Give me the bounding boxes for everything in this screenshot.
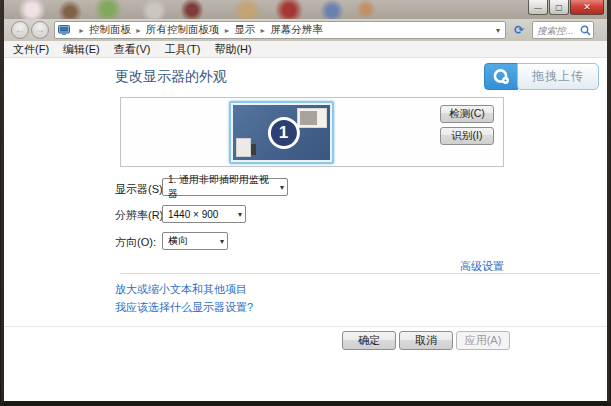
chevron-down-icon: ▾ [216,237,224,246]
breadcrumb-separator-icon: ► [259,27,266,34]
close-button[interactable]: ✕ [570,0,604,15]
refresh-button[interactable]: ⟳ [510,21,528,39]
monitor-preview[interactable]: 1 [229,101,334,164]
identify-button[interactable]: 识别(I) [440,127,494,145]
breadcrumb-separator-icon: ► [135,27,142,34]
breadcrumb-item-all-items[interactable]: 所有控制面板项 [146,23,220,37]
screen-resolution-window: — ▢ ✕ ← → ► 控制面板 ► 所有控制面板项 ► 显示 ► 屏幕分辨率 … [1,0,610,404]
buttons-divider [4,326,607,327]
menu-view[interactable]: 查看(V) [114,42,151,57]
refresh-icon: ⟳ [514,23,524,37]
forward-button[interactable]: → [31,21,49,39]
ok-button[interactable]: 确定 [342,331,396,350]
resolution-select[interactable]: 1440 × 900 ▾ [162,205,246,223]
monitor-screen: 1 [233,105,330,160]
section-divider [120,273,600,274]
chevron-down-icon: ▾ [234,210,242,219]
make-text-larger-link[interactable]: 放大或缩小文本和其他项目 [115,282,247,297]
breadcrumb-item-control-panel[interactable]: 控制面板 [89,23,131,37]
display-settings-help-link[interactable]: 我应该选择什么显示器设置? [115,300,253,315]
search-box [532,21,594,39]
chevron-down-icon: ▾ [276,183,284,192]
search-input[interactable] [537,25,580,36]
menu-tools[interactable]: 工具(T) [164,42,200,57]
cloud-share-icon [492,68,511,86]
back-button[interactable]: ← [11,21,29,39]
drag-upload-badge[interactable]: 拖拽上传 [484,63,599,90]
resolution-label: 分辨率(R): [115,208,166,223]
maximize-icon: ▢ [555,3,563,12]
menu-edit[interactable]: 编辑(E) [63,42,100,57]
apply-button[interactable]: 应用(A) [456,331,510,350]
orientation-select[interactable]: 横向 ▾ [162,232,228,250]
wallpaper-thumbnail [297,108,327,128]
breadcrumb-separator-icon: ► [78,27,85,34]
title-bar: — ▢ ✕ [4,0,607,19]
wallpaper-thumbnail [236,138,251,157]
display-icon [58,25,70,36]
menu-help[interactable]: 帮助(H) [214,42,251,57]
page-title: 更改显示器的外观 [115,68,227,86]
advanced-settings-link[interactable]: 高级设置 [460,260,504,272]
menu-file[interactable]: 文件(F) [13,42,49,57]
monitor-preview-panel: 1 检测(C) 识别(I) [120,97,504,167]
monitor-number-badge: 1 [267,117,299,149]
display-select-value: 1. 通用非即插即用监视器 [168,173,276,201]
upload-label: 拖拽上传 [517,63,599,90]
orientation-label: 方向(O): [115,235,156,250]
minimize-button[interactable]: — [528,0,548,15]
main-content: 更改显示器的外观 1 检测(C) 识别(I) 显示器(S): 1. 通用非即插即… [4,58,607,401]
back-icon: ← [15,24,25,35]
breadcrumb-separator-icon: ► [223,27,230,34]
breadcrumb-item-screen-resolution[interactable]: 屏幕分辨率 [270,23,323,37]
display-select[interactable]: 1. 通用非即插即用监视器 ▾ [162,178,288,196]
close-icon: ✕ [583,2,591,12]
address-dropdown-icon[interactable]: ▾ [494,26,502,35]
menu-bar: 文件(F) 编辑(E) 查看(V) 工具(T) 帮助(H) [4,41,607,58]
resolution-select-value: 1440 × 900 [168,209,218,220]
detect-button[interactable]: 检测(C) [440,105,494,123]
maximize-button[interactable]: ▢ [549,0,569,15]
display-label: 显示器(S): [115,182,166,197]
orientation-select-value: 横向 [168,234,188,248]
window-controls: — ▢ ✕ [528,0,604,15]
search-icon [580,25,591,36]
upload-icon-box [484,63,518,90]
breadcrumb-item-display[interactable]: 显示 [234,23,255,37]
navigation-bar: ← → ► 控制面板 ► 所有控制面板项 ► 显示 ► 屏幕分辨率 ▾ ⟳ [4,19,607,41]
minimize-icon: — [534,3,542,12]
forward-icon: → [35,24,45,35]
breadcrumb[interactable]: ► 控制面板 ► 所有控制面板项 ► 显示 ► 屏幕分辨率 ▾ [54,21,506,39]
cancel-button[interactable]: 取消 [399,331,453,350]
